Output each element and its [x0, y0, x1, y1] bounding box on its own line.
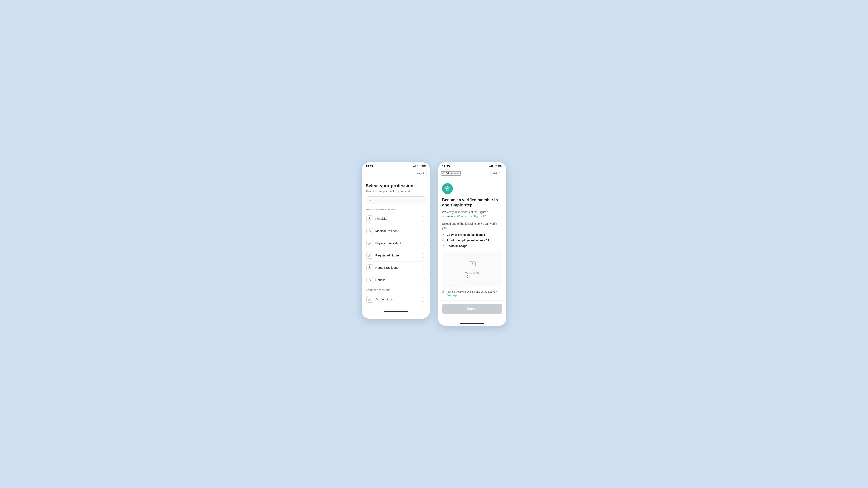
search-box[interactable] [366, 196, 426, 204]
edit-account-button[interactable]: Edit account [441, 171, 461, 175]
check-icon-license: ✓ [442, 233, 445, 236]
help-button-1[interactable]: Help ? [414, 171, 427, 176]
checklist: ✓ Copy of professional license ✓ Proof o… [442, 233, 502, 248]
profession-icon-nurse-practitioner [367, 264, 373, 271]
content-1: Select your profession This helps us per… [362, 178, 430, 310]
profession-item-nurse-practitioner[interactable]: Nurse Practitioner [366, 262, 426, 274]
profession-name-medical-resident: Medical Resident [375, 229, 421, 233]
photo-upload-box[interactable]: Add photos (up to 4) [442, 252, 502, 287]
profession-icon-medical-resident [367, 228, 373, 234]
add-photos-subtext: (up to 4) [467, 275, 477, 278]
home-indicator-1 [362, 310, 430, 314]
help-button-2[interactable]: Help ? [490, 171, 503, 176]
status-bar-2: 19:35 [438, 162, 506, 169]
status-icons-2 [490, 165, 502, 168]
trouble-icon: ? [442, 290, 445, 294]
svg-point-12 [369, 266, 370, 267]
svg-rect-0 [413, 166, 414, 167]
check-label-employment: Proof of employment as an HCP [447, 239, 490, 242]
photo-upload-icon [469, 260, 476, 269]
profession-item-acupuncturist[interactable]: Acupuncturist [366, 293, 426, 305]
svg-point-9 [369, 230, 370, 231]
status-icons-1 [413, 165, 426, 168]
phone-frame-2: 19:35 Edit account [438, 162, 506, 326]
svg-point-13 [369, 279, 370, 280]
check-icon-photo-id: ✓ [442, 244, 445, 248]
svg-text:?: ? [443, 291, 444, 293]
status-time-2: 19:35 [442, 164, 450, 168]
profession-name-acupuncturist: Acupuncturist [375, 298, 421, 301]
wifi-icon-2 [494, 165, 497, 168]
radio-physician-assistant[interactable] [421, 241, 425, 246]
svg-point-11 [369, 254, 370, 255]
battery-icon-2 [498, 165, 502, 168]
profession-name-nurse-practitioner: Nurse Practitioner [375, 266, 421, 269]
svg-line-7 [371, 201, 371, 201]
trouble-text: Having trouble providing one of the abov… [447, 290, 497, 297]
svg-rect-18 [492, 165, 493, 167]
profession-item-registered-nurse[interactable]: Registered Nurse [366, 250, 426, 262]
nav-bar-1: Help ? [362, 169, 430, 178]
profession-icon-physician [367, 216, 373, 222]
submit-label: Submit [467, 307, 477, 311]
profession-icon-dentist [367, 277, 373, 283]
svg-rect-16 [491, 166, 491, 167]
radio-physician[interactable] [421, 217, 425, 221]
trouble-text-label: Having trouble providing one of the abov… [447, 290, 497, 293]
verify-desc: We verify all members of the Figure 1 co… [442, 210, 502, 219]
profession-item-medical-resident[interactable]: Medical Resident [366, 225, 426, 237]
profession-item-dentist[interactable]: Dentist [366, 274, 426, 286]
signal-icon-1 [413, 165, 416, 168]
check-item-license: ✓ Copy of professional license [442, 233, 502, 236]
search-icon [369, 199, 372, 202]
check-item-employment: ✓ Proof of employment as an HCP [442, 238, 502, 242]
add-photos-label: Add photos (up to 4) [465, 271, 479, 279]
svg-rect-5 [422, 165, 425, 166]
radio-medical-resident[interactable] [421, 229, 425, 233]
home-bar-1 [384, 311, 408, 312]
verified-shield-icon [442, 183, 453, 194]
submit-button[interactable]: Submit [442, 304, 502, 314]
radio-nurse-practitioner[interactable] [421, 265, 425, 270]
profession-icon-registered-nurse [367, 252, 373, 259]
verified-title: Become a verified member in one simple s… [442, 197, 502, 208]
help-label-2: Help [493, 172, 498, 175]
svg-point-23 [472, 263, 473, 264]
help-label-1: Help [416, 172, 422, 175]
popular-section-label: POPULAR PROFESSIONS [366, 208, 426, 211]
more-section-label: MORE PROFESSIONS [366, 289, 426, 291]
pencil-icon [442, 172, 444, 175]
radio-acupuncturist[interactable] [421, 297, 425, 302]
profession-name-dentist: Dentist [375, 278, 421, 282]
check-label-license: Copy of professional license [447, 233, 485, 236]
page-title-1: Select your profession [366, 183, 426, 188]
radio-registered-nurse[interactable] [421, 253, 425, 258]
wifi-icon-1 [417, 165, 421, 168]
profession-item-physician-assistant[interactable]: Physician Assistant [366, 237, 426, 250]
battery-icon-1 [422, 165, 426, 168]
edit-account-label: Edit account [445, 172, 461, 175]
upload-label: Upload one of the following so we can ve… [442, 222, 502, 230]
home-bar-2 [460, 323, 484, 324]
add-photos-text: Add photos [465, 271, 479, 274]
page-subtitle-1: This helps us personalize your feed [366, 190, 426, 193]
radio-dentist[interactable] [421, 278, 425, 282]
profession-name-physician: Physician [375, 217, 421, 220]
help-icon-2: ? [499, 172, 500, 175]
profession-name-registered-nurse: Registered Nurse [375, 254, 421, 257]
check-label-photo-id: Photo ID badge [447, 245, 467, 248]
profession-list: Physician Medical Resident Physician Ass… [366, 213, 426, 286]
profession-icon-physician-assistant [367, 240, 373, 247]
screens-container: 19:27 Help ? Select your profession [362, 162, 506, 326]
svg-rect-2 [415, 165, 415, 167]
profession-icon-acupuncturist [367, 296, 373, 303]
verify-link[interactable]: Who can join Figure 1? [457, 215, 486, 218]
profession-item-physician[interactable]: Physician [366, 213, 426, 225]
signal-icon-2 [490, 165, 493, 168]
svg-point-14 [369, 298, 370, 299]
svg-rect-17 [491, 165, 492, 167]
edit-account-container: Edit account [441, 171, 490, 175]
trouble-link[interactable]: Get help [447, 294, 497, 297]
status-bar-1: 19:27 [362, 162, 430, 169]
check-icon-employment: ✓ [442, 238, 445, 242]
